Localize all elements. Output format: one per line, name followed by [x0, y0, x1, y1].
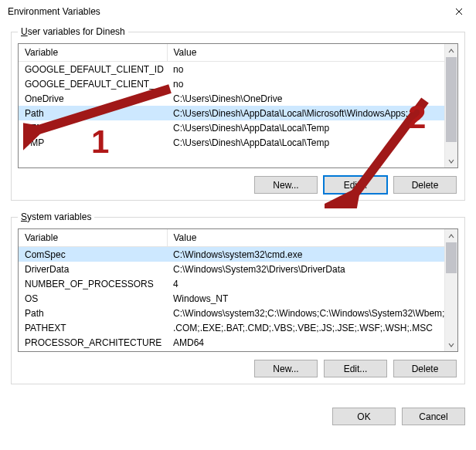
cell-value: C:\Users\Dinesh\AppData\Local\Temp — [167, 120, 444, 135]
titlebar: Environment Variables — [0, 0, 476, 23]
column-header-variable[interactable]: Variable — [19, 229, 167, 247]
cell-variable: PATHEXT — [19, 320, 167, 335]
system-variables-group: System variables Variable Value ComSpecC… — [11, 211, 465, 384]
system-variables-table-wrap: Variable Value ComSpecC:\Windows\system3… — [18, 228, 458, 352]
table-row[interactable]: ComSpecC:\Windows\system32\cmd.exe — [19, 247, 444, 262]
table-row[interactable]: PATHEXT.COM;.EXE;.BAT;.CMD;.VBS;.VBE;.JS… — [19, 320, 444, 335]
cell-variable: ComSpec — [19, 247, 167, 262]
table-row[interactable]: OSWindows_NT — [19, 291, 444, 306]
system-variables-table[interactable]: Variable Value ComSpecC:\Windows\system3… — [19, 229, 444, 350]
user-variables-table[interactable]: Variable Value GOOGLE_DEFAULT_CLIENT_IDn… — [19, 44, 444, 150]
system-scrollbar[interactable] — [444, 229, 457, 351]
dialog-content: User variables for Dinesh Variable Value… — [0, 23, 476, 403]
scroll-down-button[interactable] — [445, 154, 457, 167]
cell-variable: NUMBER_OF_PROCESSORS — [19, 276, 167, 291]
column-header-value[interactable]: Value — [167, 44, 444, 62]
user-delete-button[interactable]: Delete — [393, 176, 457, 194]
column-header-value[interactable]: Value — [167, 229, 444, 247]
cancel-button[interactable]: Cancel — [402, 408, 465, 425]
cell-value: C:\Users\Dinesh\AppData\Local\Temp — [167, 135, 444, 150]
system-variables-legend: System variables — [18, 211, 94, 222]
table-row[interactable]: PROCESSOR_ARCHITECTUREAMD64 — [19, 335, 444, 350]
system-edit-button[interactable]: Edit... — [324, 360, 387, 377]
close-icon — [455, 8, 463, 15]
scroll-thumb[interactable] — [446, 242, 457, 273]
table-row[interactable]: GOOGLE_DEFAULT_CLIENT_no — [19, 76, 444, 91]
user-variables-legend: User variables for Dinesh — [18, 26, 128, 37]
scroll-up-button[interactable] — [445, 44, 457, 57]
cell-variable: OS — [19, 291, 167, 306]
cell-variable: GOOGLE_DEFAULT_CLIENT_ID — [19, 62, 167, 77]
table-row[interactable]: OneDriveC:\Users\Dinesh\OneDrive — [19, 91, 444, 106]
cell-value: C:\Windows\system32\cmd.exe — [167, 247, 444, 262]
table-row[interactable]: GOOGLE_DEFAULT_CLIENT_IDno — [19, 62, 444, 77]
cell-value: AMD64 — [167, 335, 444, 350]
cell-variable: Path — [19, 306, 167, 320]
cell-variable: DriverData — [19, 262, 167, 276]
system-delete-button[interactable]: Delete — [393, 360, 457, 377]
table-row[interactable]: TMPC:\Users\Dinesh\AppData\Local\Temp — [19, 135, 444, 150]
cell-value: C:\Windows\System32\Drivers\DriverData — [167, 262, 444, 276]
user-button-row: New... Edit... Delete — [18, 176, 458, 194]
table-row[interactable]: PathC:\Windows\system32;C:\Windows;C:\Wi… — [19, 306, 444, 320]
cell-variable: PROCESSOR_ARCHITECTURE — [19, 335, 167, 350]
cell-value: no — [167, 76, 444, 91]
cell-variable: OneDrive — [19, 91, 167, 106]
cell-variable: TMP — [19, 135, 167, 150]
table-row[interactable]: PathC:\Users\Dinesh\AppData\Local\Micros… — [19, 106, 444, 120]
user-edit-button[interactable]: Edit... — [324, 176, 387, 194]
dialog-button-row: OK Cancel — [0, 403, 476, 425]
scroll-down-button[interactable] — [445, 338, 457, 351]
cell-value: C:\Users\Dinesh\OneDrive — [167, 91, 444, 106]
table-row[interactable]: TEMPC:\Users\Dinesh\AppData\Local\Temp — [19, 120, 444, 135]
system-button-row: New... Edit... Delete — [18, 360, 458, 377]
user-variables-group: User variables for Dinesh Variable Value… — [11, 26, 465, 201]
cell-value: C:\Users\Dinesh\AppData\Local\Microsoft\… — [167, 106, 444, 120]
system-new-button[interactable]: New... — [254, 360, 318, 377]
cell-value: 4 — [167, 276, 444, 291]
cell-value: .COM;.EXE;.BAT;.CMD;.VBS;.VBE;.JS;.JSE;.… — [167, 320, 444, 335]
cell-value: no — [167, 62, 444, 77]
cell-variable: GOOGLE_DEFAULT_CLIENT_ — [19, 76, 167, 91]
cell-value: C:\Windows\system32;C:\Windows;C:\Window… — [167, 306, 444, 320]
cell-variable: Path — [19, 106, 167, 120]
user-scrollbar[interactable] — [444, 44, 457, 167]
column-header-variable[interactable]: Variable — [19, 44, 167, 62]
window-title: Environment Variables — [8, 6, 441, 17]
table-row[interactable]: NUMBER_OF_PROCESSORS4 — [19, 276, 444, 291]
close-button[interactable] — [441, 0, 476, 23]
table-row[interactable]: DriverDataC:\Windows\System32\Drivers\Dr… — [19, 262, 444, 276]
cell-value: Windows_NT — [167, 291, 444, 306]
scroll-up-button[interactable] — [445, 229, 457, 242]
scroll-thumb[interactable] — [446, 57, 457, 142]
cell-variable: TEMP — [19, 120, 167, 135]
ok-button[interactable]: OK — [332, 408, 396, 425]
user-new-button[interactable]: New... — [254, 176, 318, 194]
user-variables-table-wrap: Variable Value GOOGLE_DEFAULT_CLIENT_IDn… — [18, 43, 458, 168]
